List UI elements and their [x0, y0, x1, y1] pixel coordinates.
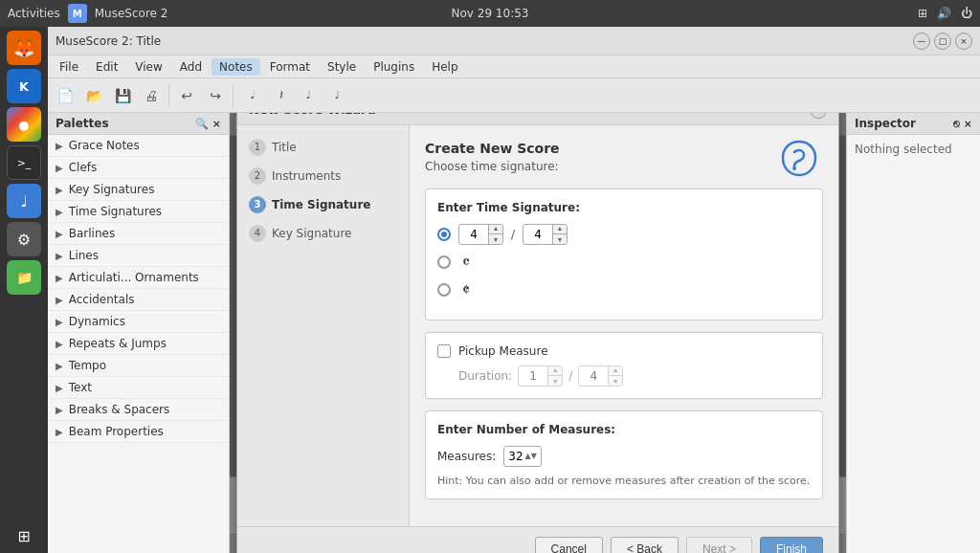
app-name-label: MuseScore 2 [95, 7, 168, 20]
pickup-label: Pickup Measure [458, 344, 548, 358]
content-area: Palettes 🔍 × ▶ Grace Notes ▶ Clefs ▶ Ke [48, 113, 980, 553]
note-btn-1[interactable]: ♩ [295, 82, 322, 109]
redo-button[interactable]: ↪ [202, 82, 229, 109]
pickup-checkbox[interactable] [437, 344, 451, 358]
denominator-down[interactable]: ▼ [553, 234, 567, 245]
firefox-icon[interactable]: 🦊 [7, 31, 41, 65]
save-button[interactable]: 💾 [109, 82, 136, 109]
palette-breaks-spacers[interactable]: ▶ Breaks & Spacers [48, 399, 229, 421]
palette-text[interactable]: ▶ Text [48, 377, 229, 399]
note-input-button[interactable]: 𝅘𝅥 [237, 82, 264, 109]
duration-denom-down[interactable]: ▼ [609, 376, 622, 387]
palette-tempo[interactable]: ▶ Tempo [48, 355, 229, 377]
palette-lines[interactable]: ▶ Lines [48, 245, 229, 267]
settings-icon[interactable]: ⚙ [7, 222, 41, 256]
modal-close-button[interactable]: × [810, 113, 827, 119]
grid-icon[interactable]: ⊞ [7, 519, 41, 553]
menu-help[interactable]: Help [424, 58, 465, 76]
measures-label: Measures: [437, 450, 496, 463]
palette-barlines[interactable]: ▶ Barlines [48, 223, 229, 245]
wizard-sidebar: 1 Title 2 Instruments 3 Time Signature [237, 125, 410, 526]
undo-button[interactable]: ↩ [173, 82, 200, 109]
close-button[interactable]: × [955, 33, 972, 50]
slash-separator: / [511, 228, 515, 241]
pickup-form-group: Pickup Measure Duration: 1 ▲ [425, 332, 823, 399]
svg-point-0 [792, 166, 796, 170]
menu-file[interactable]: File [52, 58, 86, 76]
palette-arrow-repeats: ▶ [56, 339, 63, 349]
window-titlebar: MuseScore 2: Title — □ × [48, 27, 980, 55]
activities-label[interactable]: Activities [8, 7, 60, 20]
palette-arrow-grace-notes: ▶ [56, 141, 63, 151]
duration-value[interactable]: 1 [519, 369, 547, 383]
inspector-expand-icon[interactable]: ⎋ [953, 118, 960, 130]
duration-denom-up[interactable]: ▲ [609, 365, 622, 376]
duration-down[interactable]: ▼ [548, 376, 562, 387]
measures-value[interactable]: 32 [508, 450, 523, 463]
time-sig-form-title: Enter Time Signature: [437, 201, 811, 214]
palette-time-signatures[interactable]: ▶ Time Signatures [48, 201, 229, 223]
palette-accidentals[interactable]: ▶ Accidentals [48, 289, 229, 311]
chrome-icon[interactable]: ● [7, 107, 41, 142]
palette-key-signatures[interactable]: ▶ Key Signatures [48, 179, 229, 201]
terminal-icon[interactable]: >_ [7, 145, 41, 180]
menu-style[interactable]: Style [320, 58, 364, 76]
rest-button[interactable]: 𝄽 [266, 82, 293, 109]
radio-numeric-timesig[interactable] [437, 228, 451, 241]
inspector-header: Inspector ⎋ × [847, 113, 980, 135]
denominator-value[interactable]: 4 [523, 228, 552, 241]
numerator-down[interactable]: ▼ [489, 234, 502, 245]
inspector-close-icon[interactable]: × [964, 118, 972, 130]
numerator-value[interactable]: 4 [459, 228, 488, 241]
denominator-spinner[interactable]: 4 ▲ ▼ [523, 224, 568, 245]
palette-search-icon[interactable]: 🔍 [195, 118, 209, 130]
musescore-icon[interactable]: ♩ [7, 184, 41, 218]
palette-repeats-jumps[interactable]: ▶ Repeats & Jumps [48, 333, 229, 355]
modal-titlebar: New Score Wizard × [237, 113, 838, 125]
cancel-button[interactable]: Cancel [535, 537, 603, 554]
palette-clefs[interactable]: ▶ Clefs [48, 157, 229, 179]
step-num-4: 4 [249, 225, 266, 242]
top-bar-right: ⊞ 🔊 ⏻ [918, 7, 972, 20]
duration-up[interactable]: ▲ [548, 365, 562, 376]
duration-denom-value[interactable]: 4 [579, 369, 608, 383]
menu-format[interactable]: Format [262, 58, 318, 76]
palette-close-icon[interactable]: × [212, 118, 221, 130]
open-button[interactable]: 📂 [80, 82, 107, 109]
files-icon[interactable]: 📁 [7, 260, 41, 295]
palette-arrow-lines: ▶ [56, 251, 63, 261]
top-bar: Activities M MuseScore 2 Nov 29 10:53 ⊞ … [0, 0, 980, 27]
numerator-up[interactable]: ▲ [489, 224, 502, 234]
finish-button[interactable]: Finish [760, 537, 823, 554]
palette-beam-properties[interactable]: ▶ Beam Properties [48, 421, 229, 443]
denominator-up[interactable]: ▲ [553, 224, 567, 234]
menu-add[interactable]: Add [172, 58, 210, 76]
menu-notes[interactable]: Notes [212, 58, 260, 76]
wizard-step-title: 1 Title [237, 133, 409, 162]
minimize-button[interactable]: — [913, 33, 930, 50]
radio-cut-timesig[interactable] [437, 283, 451, 297]
app-icon: M [68, 4, 87, 23]
palette-grace-notes[interactable]: ▶ Grace Notes [48, 135, 229, 157]
next-button[interactable]: Next > [686, 537, 752, 554]
palette-dynamics[interactable]: ▶ Dynamics [48, 311, 229, 333]
numerator-spinner[interactable]: 4 ▲ ▼ [458, 224, 503, 245]
inspector-title: Inspector [855, 117, 916, 130]
inspector-panel: Inspector ⎋ × Nothing selected [846, 113, 980, 553]
palette-articulations[interactable]: ▶ Articulati... Ornaments [48, 267, 229, 289]
back-button[interactable]: < Back [611, 537, 679, 554]
note-btn-2[interactable]: ♩ [323, 82, 350, 109]
measures-spinner[interactable]: 32 ▲▼ [503, 446, 542, 467]
menu-view[interactable]: View [127, 58, 169, 76]
radio-common-timesig[interactable] [437, 255, 451, 269]
menu-edit[interactable]: Edit [88, 58, 125, 76]
menu-plugins[interactable]: Plugins [366, 58, 422, 76]
maximize-button[interactable]: □ [934, 33, 951, 50]
modal-title: New Score Wizard [249, 113, 376, 117]
step-num-1: 1 [249, 139, 266, 156]
print-button[interactable]: 🖨 [138, 82, 165, 109]
duration-spinner[interactable]: 1 ▲ ▼ [518, 365, 563, 387]
duration-denom-spinner[interactable]: 4 ▲ ▼ [578, 365, 623, 387]
kde-icon[interactable]: K [7, 69, 41, 103]
new-button[interactable]: 📄 [52, 82, 78, 109]
